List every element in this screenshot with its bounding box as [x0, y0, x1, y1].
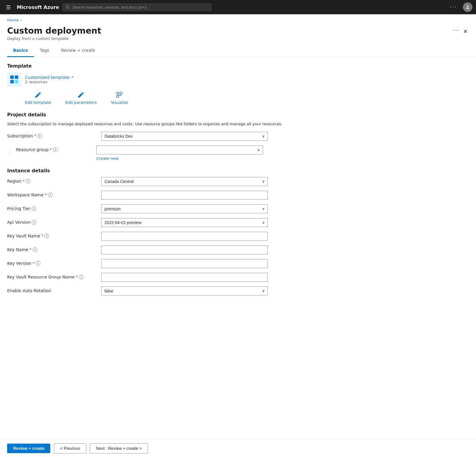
- subscription-select[interactable]: Databricks Dev: [101, 132, 268, 141]
- project-details-description: Select the subscription to manage deploy…: [7, 121, 469, 127]
- region-info-icon[interactable]: i: [26, 179, 30, 184]
- key-vault-name-input[interactable]: [101, 232, 268, 241]
- region-select[interactable]: Canada Central East US West US 2: [101, 177, 268, 186]
- nav-more-options[interactable]: ···: [447, 1, 459, 13]
- key-version-input[interactable]: [101, 259, 268, 268]
- key-name-label: Key Name: [7, 247, 28, 252]
- hamburger-menu[interactable]: ☰: [4, 2, 13, 13]
- template-section: Template Customized template: [7, 63, 469, 105]
- workspace-name-required: *: [45, 192, 47, 197]
- resource-group-label: Resource group: [16, 147, 48, 152]
- key-vault-rg-name-label-col: Key Vault Resource Group Name * i: [7, 273, 96, 279]
- key-version-info-icon[interactable]: i: [36, 261, 40, 266]
- svg-point-2: [467, 5, 469, 7]
- api-version-info-icon[interactable]: i: [32, 220, 36, 225]
- template-resources-count: 2 resources: [25, 80, 73, 84]
- avatar[interactable]: [463, 2, 472, 12]
- key-version-label: Key Version: [7, 261, 31, 266]
- template-info: Customized template ↗ 2 resources: [25, 75, 73, 84]
- project-details-title: Project details: [7, 112, 469, 118]
- template-actions: Edit template Edit parameters: [25, 91, 469, 105]
- instance-details-section: Instance details Region * i Canada Centr…: [7, 168, 469, 295]
- create-new-link[interactable]: Create new: [96, 156, 118, 161]
- search-icon: [66, 5, 70, 9]
- key-vault-name-label-col: Key Vault Name * i: [7, 232, 96, 238]
- workspace-name-info-icon[interactable]: i: [48, 192, 53, 197]
- auto-rotation-label: Enable Auto Rotation: [7, 288, 51, 293]
- breadcrumb-home[interactable]: Home: [7, 18, 18, 22]
- next-button[interactable]: Next : Review + create >: [90, 443, 148, 453]
- key-vault-name-required: *: [41, 234, 43, 238]
- edit-template-button[interactable]: Edit template: [25, 91, 51, 105]
- page-header: Custom deployment Deploy from a custom t…: [0, 24, 476, 41]
- key-vault-name-info-icon[interactable]: i: [44, 234, 49, 238]
- key-vault-rg-name-input[interactable]: [101, 273, 268, 282]
- key-name-input[interactable]: [101, 245, 268, 254]
- key-version-row: Key Version * i: [7, 259, 469, 268]
- previous-button[interactable]: < Previous: [54, 443, 86, 453]
- template-icon: [7, 72, 21, 87]
- global-search[interactable]: [62, 4, 211, 11]
- page-subtitle: Deploy from a custom template: [7, 36, 101, 41]
- key-name-control: [101, 245, 268, 254]
- api-version-select[interactable]: 2022-04-01-preview 2021-04-01: [101, 218, 268, 227]
- pricing-tier-label: Pricing Tier: [7, 206, 30, 211]
- edit-parameters-button[interactable]: Edit parameters: [65, 91, 97, 105]
- workspace-name-control: [101, 191, 268, 200]
- subscription-required: *: [34, 134, 36, 138]
- key-vault-name-row: Key Vault Name * i: [7, 232, 469, 241]
- page-header-left: Custom deployment Deploy from a custom t…: [7, 26, 101, 41]
- pricing-tier-info-icon[interactable]: i: [32, 206, 36, 211]
- auto-rotation-select[interactable]: false true: [101, 287, 268, 295]
- close-button[interactable]: ✕: [462, 27, 469, 36]
- workspace-name-label: Workspace Name: [7, 192, 43, 197]
- page-more-options[interactable]: ···: [453, 28, 460, 33]
- tab-review-create[interactable]: Review + create: [55, 46, 101, 57]
- edit-parameters-icon: [77, 91, 84, 98]
- auto-rotation-control: false true: [101, 287, 268, 295]
- resource-group-info-icon[interactable]: i: [53, 147, 58, 152]
- review-create-button[interactable]: Review + create: [7, 444, 50, 453]
- subscription-select-wrapper: Databricks Dev: [101, 132, 268, 141]
- workspace-name-input[interactable]: [101, 191, 268, 200]
- key-version-label-col: Key Version * i: [7, 259, 96, 266]
- tab-tags[interactable]: Tags: [34, 46, 55, 57]
- auto-rotation-label-col: Enable Auto Rotation: [7, 287, 96, 293]
- breadcrumb: Home ›: [0, 14, 476, 24]
- key-vault-rg-name-info-icon[interactable]: i: [79, 275, 84, 279]
- auto-rotation-select-wrapper: false true: [101, 287, 268, 295]
- project-details-section: Project details Select the subscription …: [7, 112, 469, 161]
- subscription-label-col: Subscription * i: [7, 132, 96, 138]
- template-grid-icon: [10, 75, 19, 84]
- api-version-label-col: Api Version i: [7, 218, 96, 225]
- key-version-required: *: [32, 261, 35, 265]
- template-name-link[interactable]: Customized template ↗: [25, 75, 73, 80]
- external-link-icon: ↗: [71, 75, 73, 79]
- svg-rect-3: [10, 76, 14, 79]
- pricing-tier-select[interactable]: premium standard trial: [101, 204, 268, 213]
- tab-basics[interactable]: Basics: [7, 46, 34, 57]
- subscription-label: Subscription: [7, 134, 33, 138]
- auto-rotation-row: Enable Auto Rotation false true: [7, 287, 469, 295]
- pricing-tier-row: Pricing Tier i premium standard trial: [7, 204, 469, 213]
- pricing-tier-control: premium standard trial: [101, 204, 268, 213]
- search-input[interactable]: [72, 5, 208, 10]
- api-version-row: Api Version i 2022-04-01-preview 2021-04…: [7, 218, 469, 227]
- key-vault-rg-name-required: *: [76, 275, 78, 279]
- region-label-col: Region * i: [7, 177, 96, 184]
- api-version-select-wrapper: 2022-04-01-preview 2021-04-01: [101, 218, 268, 227]
- svg-rect-6: [15, 80, 18, 84]
- region-select-wrapper: Canada Central East US West US 2: [101, 177, 268, 186]
- subscription-info-icon[interactable]: i: [37, 134, 42, 138]
- key-name-info-icon[interactable]: i: [33, 247, 37, 252]
- key-name-required: *: [29, 247, 32, 252]
- resource-group-select[interactable]: [96, 145, 263, 154]
- indent-line: [10, 147, 10, 157]
- svg-rect-4: [15, 76, 18, 79]
- visualize-icon: [116, 91, 123, 98]
- key-version-control: [101, 259, 268, 268]
- page-title: Custom deployment: [7, 26, 101, 36]
- key-name-row: Key Name * i: [7, 245, 469, 254]
- visualize-button[interactable]: Visualize: [111, 91, 128, 105]
- key-vault-rg-name-label: Key Vault Resource Group Name: [7, 275, 75, 279]
